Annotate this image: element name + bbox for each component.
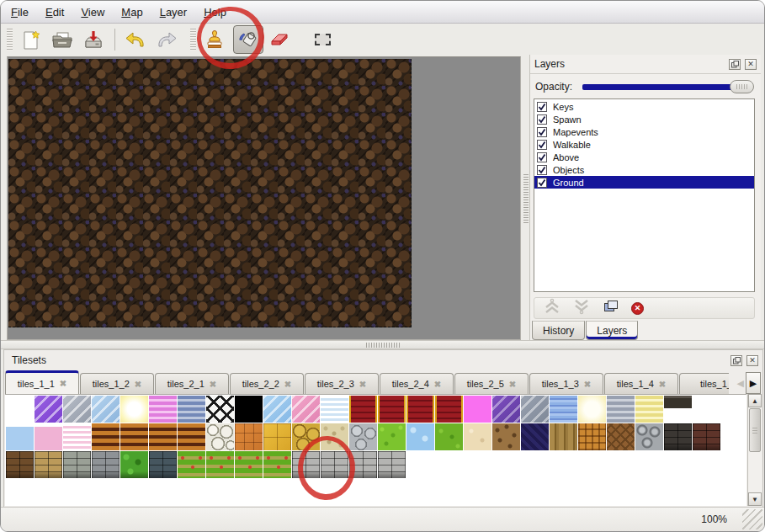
tile-glow-yellow[interactable] — [120, 396, 148, 423]
tab-close-icon[interactable]: ✖ — [584, 380, 591, 389]
tile-stripes-whiteblue[interactable] — [321, 396, 348, 423]
tile-logs-gray[interactable] — [635, 423, 663, 450]
horizontal-splitter[interactable] — [1, 340, 764, 349]
toolbar-grip-2[interactable] — [190, 29, 196, 51]
tile-glass-gray2[interactable] — [521, 396, 549, 423]
scroll-tabs-right-button[interactable]: ▶ — [746, 372, 761, 394]
tile-stripes-yellow[interactable] — [635, 396, 663, 423]
tile-stones-gray[interactable] — [349, 423, 377, 450]
layer-list[interactable]: KeysSpawnMapeventsWalkableAboveObjectsGr… — [534, 98, 755, 292]
tile-glass-pink[interactable] — [292, 396, 320, 423]
tile-wall-blue[interactable] — [149, 451, 177, 478]
tile-glass-purple2[interactable] — [492, 396, 520, 423]
tab-close-icon[interactable]: ✖ — [210, 380, 216, 389]
tile-stripes-orange[interactable] — [149, 423, 177, 450]
tab-layers[interactable]: Layers — [586, 321, 638, 340]
layer-row-keys[interactable]: Keys — [534, 100, 754, 113]
scroll-up-icon[interactable]: ▲ — [748, 394, 762, 407]
menu-map[interactable]: Map — [121, 6, 142, 19]
scroll-down-icon[interactable]: ▼ — [748, 492, 762, 506]
tab-history[interactable]: History — [532, 321, 585, 340]
tile-wall-brown[interactable] — [6, 451, 34, 478]
tile-glass-purple[interactable] — [35, 396, 62, 423]
menu-layer[interactable]: Layer — [160, 6, 188, 19]
layer-row-objects[interactable]: Objects — [534, 163, 754, 176]
tab-close-icon[interactable]: ✖ — [359, 380, 366, 389]
tab-close-icon[interactable]: ✖ — [509, 380, 516, 389]
undo-button[interactable] — [123, 27, 148, 52]
tile-magenta[interactable] — [464, 396, 491, 423]
tile-wall-black[interactable] — [664, 423, 692, 450]
tile-wall-ltgray[interactable] — [292, 451, 320, 478]
map-viewport[interactable] — [7, 56, 521, 340]
tile-palette[interactable] — [5, 394, 746, 506]
tileset-tab-tiles_1_4[interactable]: tiles_1_4✖ — [604, 373, 678, 394]
layer-checkbox[interactable] — [537, 127, 547, 137]
tile-ltblue[interactable] — [6, 423, 34, 450]
tile-blank[interactable] — [693, 396, 720, 423]
menu-help[interactable]: Help — [204, 6, 226, 19]
tileset-tab-tiles_2_1[interactable]: tiles_2_1✖ — [155, 373, 229, 394]
vertical-splitter[interactable] — [522, 56, 529, 340]
tile-grasspath[interactable] — [263, 451, 291, 478]
restore-icon[interactable] — [730, 355, 742, 366]
menu-edit[interactable]: Edit — [45, 6, 64, 19]
tab-close-icon[interactable]: ✖ — [284, 380, 291, 389]
tile-wall-stone[interactable] — [63, 451, 91, 478]
tile-water-blue[interactable] — [550, 396, 577, 423]
tileset-tab-tiles_1_2[interactable]: tiles_1_2✖ — [80, 373, 154, 394]
tile-lattice[interactable] — [206, 396, 234, 423]
tileset-tab-tiles_1_1[interactable]: tiles_1_1✖ — [5, 370, 79, 394]
tile-sand[interactable] — [464, 423, 491, 450]
tile-dirt[interactable] — [492, 423, 520, 450]
tileset-tab-tiles_1_3[interactable]: tiles_1_3✖ — [529, 373, 603, 394]
tile-stripes-pink[interactable] — [149, 396, 177, 423]
tile-black[interactable] — [235, 396, 263, 423]
tile-wall-gray[interactable] — [92, 451, 120, 478]
tile-weave[interactable] — [578, 423, 606, 450]
tile-tiles-orange[interactable] — [235, 423, 263, 450]
tile-navy[interactable] — [521, 423, 549, 450]
scrollbar-thumb[interactable] — [749, 408, 761, 452]
save-button[interactable] — [81, 27, 106, 52]
tile-stripes-orange[interactable] — [178, 423, 205, 450]
layer-checkbox[interactable] — [537, 140, 547, 150]
tile-grass[interactable] — [435, 423, 463, 450]
tile-water-light[interactable] — [406, 423, 434, 450]
tab-close-icon[interactable]: ✖ — [659, 380, 666, 389]
tile-carpet-red[interactable] — [378, 396, 406, 423]
tab-close-icon[interactable]: ✖ — [434, 380, 441, 389]
tile-stripes-orange[interactable] — [120, 423, 148, 450]
tileset-tab-tiles_1_[interactable]: tiles_1_ — [679, 373, 729, 394]
close-icon[interactable]: ✕ — [745, 59, 757, 70]
tile-glow-pale[interactable] — [578, 396, 606, 423]
tile-blank[interactable] — [6, 396, 34, 423]
layer-checkbox[interactable] — [537, 114, 547, 125]
layer-row-spawn[interactable]: Spawn — [534, 113, 754, 125]
tab-close-icon[interactable]: ✖ — [135, 380, 141, 389]
tile-cobble-white[interactable] — [206, 423, 234, 450]
close-icon[interactable]: ✕ — [746, 355, 758, 366]
menu-file[interactable]: File — [11, 6, 29, 19]
tileset-tab-tiles_2_4[interactable]: tiles_2_4✖ — [380, 373, 454, 394]
stamp-tool-button[interactable] — [202, 27, 227, 52]
tile-glass-gray[interactable] — [63, 396, 91, 423]
tile-glass-blue[interactable] — [92, 396, 120, 423]
tile-stripes-orange[interactable] — [92, 423, 120, 450]
toolbar-grip[interactable] — [7, 29, 13, 51]
tile-wall-tan[interactable] — [35, 451, 62, 478]
tab-close-icon[interactable]: ✖ — [60, 379, 66, 388]
tile-hedge[interactable] — [120, 451, 148, 478]
layer-row-walkable[interactable]: Walkable — [534, 138, 754, 151]
tile-stone-yellow[interactable] — [292, 423, 320, 450]
new-file-button[interactable] — [19, 27, 44, 52]
tile-glass-ltblue[interactable] — [263, 396, 291, 423]
tile-planks-v[interactable] — [550, 423, 577, 450]
tile-pebbles[interactable] — [321, 423, 348, 450]
delete-layer-button[interactable]: ✕ — [631, 302, 644, 315]
resize-grip[interactable] — [742, 509, 762, 529]
tileset-tab-tiles_2_3[interactable]: tiles_2_3✖ — [305, 373, 379, 394]
eraser-tool-button[interactable] — [267, 27, 292, 52]
tile-stripes-blue[interactable] — [178, 396, 205, 423]
tile-grass-bright[interactable] — [378, 423, 406, 450]
